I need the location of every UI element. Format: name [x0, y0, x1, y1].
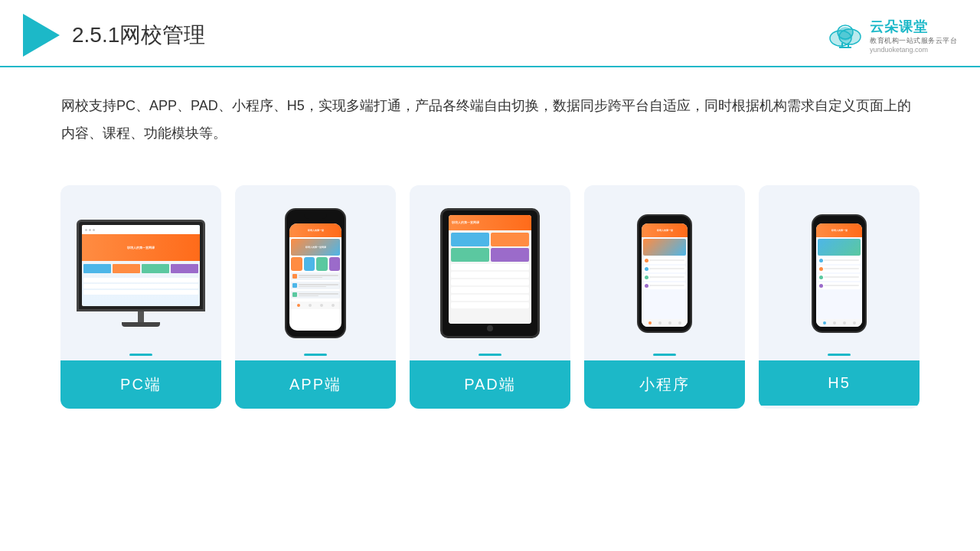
card-pc-divider	[129, 354, 152, 356]
pc-monitor-icon: 职培人的第一堂网课	[76, 220, 206, 327]
header: 2.5.1网校管理 云朵课堂 教育机构一站式服务云平台 yunduoketang…	[0, 0, 980, 67]
logo-triangle-icon	[23, 14, 60, 57]
mini-phone-h5: 职培人的第一堂	[812, 214, 867, 333]
card-pad-image: 职培人的第一堂网课	[410, 185, 570, 354]
card-pad-label: PAD端	[410, 360, 570, 409]
brand-text: 云朵课堂 教育机构一站式服务云平台 yunduoketang.com	[870, 18, 957, 54]
card-app-image: 职培人的第一堂 职培人的第一堂网课	[235, 185, 396, 354]
phone-mockup-app: 职培人的第一堂 职培人的第一堂网课	[285, 208, 346, 338]
card-pc-label: PC端	[60, 360, 221, 409]
card-miniprogram: 职培人的第一堂	[584, 185, 745, 409]
cloud-icon	[825, 21, 865, 49]
card-app: 职培人的第一堂 职培人的第一堂网课	[235, 185, 396, 409]
title-prefix: 2.5.1	[72, 23, 119, 47]
cloud-logo: 云朵课堂 教育机构一站式服务云平台 yunduoketang.com	[825, 18, 957, 54]
tablet-mockup-icon: 职培人的第一堂网课	[440, 208, 540, 338]
card-miniprogram-image: 职培人的第一堂	[584, 185, 745, 354]
description-section: 网校支持PC、APP、PAD、小程序、H5，实现多端打通，产品各终端自由切换，数…	[0, 67, 980, 162]
card-pad: 职培人的第一堂网课	[410, 185, 570, 409]
description-text: 网校支持PC、APP、PAD、小程序、H5，实现多端打通，产品各终端自由切换，数…	[61, 92, 919, 147]
mini-phone-miniprogram: 职培人的第一堂	[637, 214, 692, 333]
brand-name: 云朵课堂	[870, 18, 928, 36]
header-left: 2.5.1网校管理	[23, 14, 205, 57]
card-app-label: APP端	[235, 360, 396, 409]
cards-container: 职培人的第一堂网课	[0, 170, 980, 432]
card-miniprogram-divider	[653, 354, 676, 356]
header-right: 云朵课堂 教育机构一站式服务云平台 yunduoketang.com	[825, 18, 957, 54]
card-h5-image: 职培人的第一堂	[759, 185, 920, 354]
card-pc: 职培人的第一堂网课	[60, 185, 221, 409]
card-h5-label: H5	[759, 360, 920, 406]
card-app-divider	[304, 354, 327, 356]
title-main: 网校管理	[119, 23, 205, 47]
card-miniprogram-label: 小程序	[584, 360, 745, 409]
card-pc-image: 职培人的第一堂网课	[60, 185, 221, 354]
card-pad-divider	[479, 354, 501, 356]
card-h5: 职培人的第一堂	[759, 185, 920, 409]
card-h5-divider	[828, 354, 851, 356]
brand-url: yunduoketang.com	[870, 46, 928, 54]
brand-tagline: 教育机构一站式服务云平台	[870, 36, 957, 46]
page-title: 2.5.1网校管理	[72, 21, 205, 50]
